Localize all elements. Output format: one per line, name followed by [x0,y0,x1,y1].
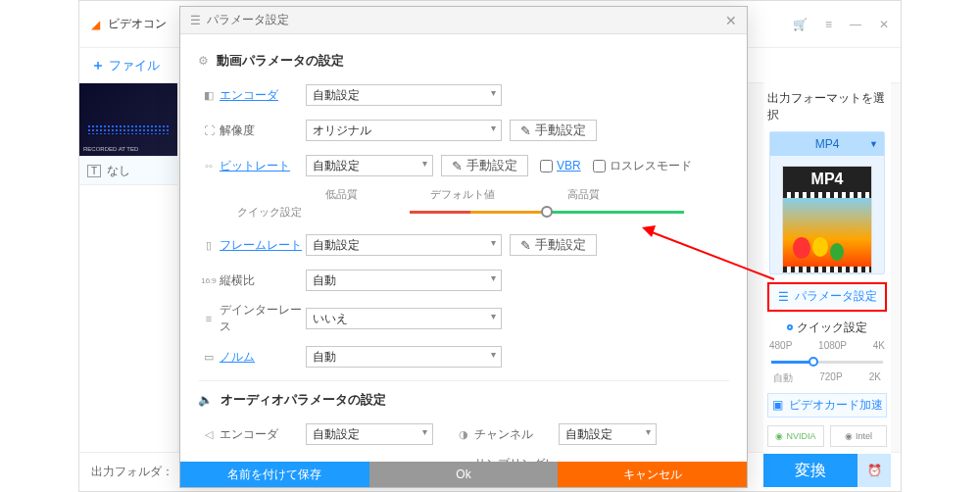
q-high: 高品質 [567,187,600,202]
ok-button[interactable]: Ok [369,462,559,487]
app-title: ビデオコン [108,16,167,32]
intel-icon: ◉ [845,431,853,441]
q-2k: 2K [869,371,881,385]
resolution-label: 解像度 [220,123,306,139]
quality-slider[interactable] [410,202,684,221]
framerate-select[interactable]: 自動設定 [306,234,502,256]
save-as-button[interactable]: 名前を付けて保存 [180,462,369,487]
q-4k: 4K [873,340,885,351]
chevron-down-icon: ▼ [869,139,878,149]
gear-icon: ⚙ [198,54,209,68]
clock-icon: ⏰ [867,464,882,477]
norm-label[interactable]: ノルム [220,349,306,366]
pencil-icon: ✎ [520,123,531,138]
aspect-select[interactable]: 自動 [306,270,502,291]
norm-select[interactable]: 自動 [306,346,502,368]
audio-encoder-icon: ◁ [198,428,220,441]
quick-settings-title: クイック設定 [797,320,867,336]
quick-setting-label: クイック設定 [237,205,302,220]
subtitle-row[interactable]: T なし [79,156,177,185]
q-default: デフォルト値 [430,187,495,202]
pencil-icon: ✎ [520,238,531,253]
settings-icon: ☰ [190,14,201,27]
add-file-button[interactable]: ＋ ファイル [91,57,160,74]
format-card[interactable]: MP4 ▼ MP4 [769,131,885,274]
cart-icon[interactable]: 🛒 [793,18,808,31]
subtitle-t-icon: T [87,165,101,177]
close-icon[interactable]: ✕ [879,18,889,31]
audio-encoder-select[interactable]: 自動設定 [306,423,433,445]
app-logo-icon: ◢ [91,18,100,31]
lossless-checkbox[interactable]: ロスレスモード [593,158,692,174]
bitrate-label[interactable]: ビットレート [220,158,306,174]
q-720p: 720P [819,371,842,385]
bitrate-icon: ◦◦ [198,160,220,172]
nvidia-icon: ◉ [775,431,783,441]
right-panel: 出力フォーマットを選択 MP4 ▼ MP4 ☰ パラメータ設定 クイック設定 4… [763,82,891,453]
channel-icon: ◑ [453,428,474,441]
norm-icon: ▭ [198,351,220,364]
video-bitrate-select[interactable]: 自動設定 [306,155,433,176]
video-thumbnail[interactable] [79,83,177,156]
output-folder-label: 出力フォルダ： [91,464,173,480]
mp4-label: MP4 [783,167,871,192]
gpu-accel-button[interactable]: ▣ ビデオカード加速 [767,393,887,418]
vbr-checkbox[interactable]: VBR [540,159,581,172]
parameter-dialog: ☰ パラメータ設定 ✕ ⚙ 動画パラメータの設定 ◧ エンコーダ 自動設定 ⛶ … [179,6,748,488]
cancel-button[interactable]: キャンセル [558,462,747,487]
sliders-icon: ☰ [778,290,789,304]
output-format-title: 出力フォーマットを選択 [767,90,887,123]
video-section-title: 動画パラメータの設定 [217,52,344,70]
video-encoder-select[interactable]: 自動設定 [306,84,502,106]
mp4-preview: MP4 [782,166,872,273]
framerate-icon: ▯ [198,239,220,252]
aspect-icon: 16:9 [198,276,220,285]
deinterlace-icon: ≡ [198,313,220,324]
audio-section-title: オーディオパラメータの設定 [220,391,386,409]
format-card-header[interactable]: MP4 ▼ [770,132,884,156]
aspect-label: 縦横比 [220,272,306,289]
dialog-close-button[interactable]: ✕ [725,13,737,28]
pencil-icon: ✎ [452,159,463,173]
intel-chip[interactable]: ◉Intel [830,425,887,447]
bullet-icon [787,324,793,330]
parameter-settings-button[interactable]: ☰ パラメータ設定 [767,282,887,311]
framerate-label[interactable]: フレームレート [220,237,306,254]
audio-encoder-label: エンコーダ [220,426,306,443]
q-low: 低品質 [325,187,358,202]
format-name: MP4 [815,137,840,151]
deinterlace-label: デインターレース [220,302,306,335]
framerate-manual-button[interactable]: ✎手動設定 [510,234,597,256]
schedule-button[interactable]: ⏰ [858,454,891,487]
add-file-label: ファイル [109,57,160,74]
quick-settings: クイック設定 480P 1080P 4K 自動 720P 2K [767,320,887,385]
encoder-label[interactable]: エンコーダ [220,87,306,104]
param-settings-label: パラメータ設定 [795,288,877,305]
quick-quality-slider[interactable] [771,361,883,364]
subtitle-none-label: なし [107,163,130,179]
convert-button[interactable]: 変換 [763,454,858,487]
chip-icon: ▣ [772,398,783,412]
plus-icon: ＋ [91,57,105,74]
speaker-icon: 🔈 [198,393,213,407]
resolution-select[interactable]: オリジナル [306,120,502,141]
gpu-label: ビデオカード加速 [789,397,883,414]
channel-label: チャンネル [474,426,559,443]
dialog-titlebar: ☰ パラメータ設定 ✕ [180,7,747,34]
file-list: T なし [79,83,177,452]
q-auto: 自動 [773,371,793,385]
nvidia-chip[interactable]: ◉NVIDIA [767,425,824,447]
menu-icon[interactable]: ≡ [825,18,832,31]
minimize-icon[interactable]: — [850,18,861,31]
encoder-icon: ◧ [198,89,220,102]
deinterlace-select[interactable]: いいえ [306,308,502,329]
bitrate-manual-button[interactable]: ✎手動設定 [441,155,528,176]
resolution-manual-button[interactable]: ✎手動設定 [510,120,597,141]
q-1080p: 1080P [818,340,847,351]
dialog-title: パラメータ設定 [207,12,289,28]
q-480p: 480P [769,340,792,351]
resolution-icon: ⛶ [198,124,220,136]
channel-select[interactable]: 自動設定 [559,423,657,445]
